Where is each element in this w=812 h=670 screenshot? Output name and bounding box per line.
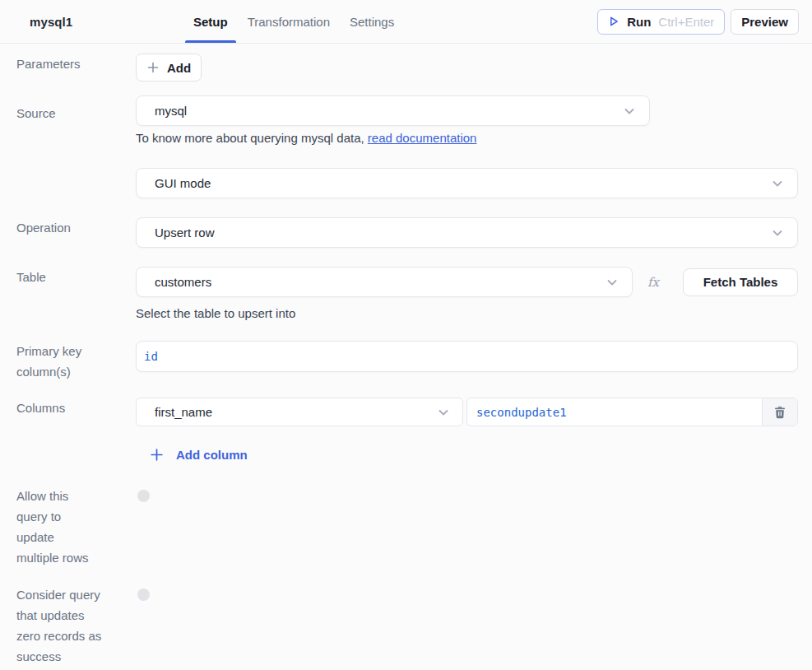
query-name[interactable]: mysql1 — [30, 15, 185, 29]
plus-icon — [151, 449, 163, 461]
add-column-button[interactable]: Add column — [136, 446, 248, 463]
chevron-down-icon — [771, 177, 784, 190]
row-content: Upsert row — [136, 217, 798, 248]
mode-select-value: GUI mode — [155, 176, 211, 190]
multiple-rows-toggle-label: Allow this query to update multiple rows — [16, 486, 136, 568]
tab-settings[interactable]: Settings — [341, 0, 402, 43]
row-content: first_name secondupdate1 — [136, 398, 798, 463]
row-content — [136, 584, 798, 667]
add-parameter-label: Add — [167, 61, 191, 75]
primary-key-row: Primary key column(s) id — [16, 341, 798, 382]
columns-row: Columns first_name secondupdate1 — [16, 398, 798, 463]
fetch-tables-button[interactable]: Fetch Tables — [683, 268, 798, 296]
mode-row-label-spacer — [16, 168, 136, 198]
zero-records-toggle[interactable] — [137, 589, 150, 601]
parameters-row: Parameters Add — [16, 54, 798, 81]
tab-bar: Setup Transformation Settings — [185, 0, 402, 43]
table-row: Table customers fx Fetch Tables Select t… — [16, 267, 798, 322]
table-label: Table — [16, 267, 136, 322]
preview-button[interactable]: Preview — [731, 9, 799, 35]
source-select-value: mysql — [155, 104, 187, 118]
run-button[interactable]: Run Ctrl+Enter — [597, 9, 725, 35]
chevron-down-icon — [606, 276, 619, 289]
play-icon — [608, 16, 619, 27]
source-select[interactable]: mysql — [136, 95, 650, 126]
row-content: customers fx Fetch Tables Select the tab… — [136, 267, 798, 322]
table-select-value: customers — [155, 275, 211, 289]
zero-records-toggle-label: Consider query that updates zero records… — [16, 584, 136, 667]
tab-setup[interactable]: Setup — [185, 0, 236, 43]
plus-icon — [147, 62, 159, 73]
source-label: Source — [16, 95, 136, 147]
operation-select[interactable]: Upsert row — [136, 217, 798, 248]
row-content: Add — [136, 54, 798, 81]
fx-slot: fx — [633, 275, 674, 290]
chevron-down-icon — [437, 406, 450, 419]
primary-key-value: id — [144, 350, 158, 363]
row-content: GUI mode — [136, 168, 798, 198]
query-setup-form: Parameters Add Source mysql — [0, 44, 812, 667]
multiple-rows-toggle[interactable] — [137, 490, 150, 502]
multiple-rows-toggle-row: Allow this query to update multiple rows — [16, 486, 798, 568]
chevron-down-icon — [771, 226, 784, 240]
header-actions: Run Ctrl+Enter Preview — [597, 0, 799, 43]
run-shortcut: Ctrl+Enter — [658, 15, 714, 29]
tab-transformation[interactable]: Transformation — [239, 0, 338, 43]
chevron-down-icon — [623, 105, 636, 118]
zero-records-toggle-row: Consider query that updates zero records… — [16, 584, 798, 667]
read-documentation-link[interactable]: read documentation — [368, 131, 477, 145]
operation-label: Operation — [16, 217, 136, 248]
row-content — [136, 486, 798, 568]
table-field-line: customers fx Fetch Tables — [136, 267, 798, 297]
parameters-label: Parameters — [16, 54, 136, 81]
primary-key-label: Primary key column(s) — [16, 341, 136, 382]
operation-row: Operation Upsert row — [16, 217, 798, 248]
row-content: mysql To know more about querying mysql … — [136, 95, 798, 147]
query-header: mysql1 Setup Transformation Settings Run… — [0, 0, 812, 44]
operation-select-value: Upsert row — [155, 226, 215, 240]
column-select[interactable]: first_name — [136, 398, 463, 426]
mode-row: GUI mode — [16, 168, 798, 198]
source-help-text: To know more about querying mysql data, … — [136, 129, 798, 147]
column-mapping-row: first_name secondupdate1 — [136, 398, 798, 426]
columns-label: Columns — [16, 398, 136, 463]
table-help-text: Select the table to upsert into — [136, 305, 798, 322]
table-select[interactable]: customers — [136, 267, 633, 297]
primary-key-input[interactable]: id — [136, 341, 798, 372]
trash-icon — [774, 406, 786, 419]
source-help-prefix: To know more about querying mysql data, — [136, 131, 368, 145]
add-column-label: Add column — [176, 446, 248, 463]
delete-column-button[interactable] — [762, 398, 797, 426]
row-content: id — [136, 341, 798, 382]
mode-select[interactable]: GUI mode — [136, 168, 798, 198]
fx-icon[interactable]: fx — [647, 275, 659, 290]
column-value: secondupdate1 — [476, 406, 567, 419]
add-parameter-button[interactable]: Add — [136, 54, 202, 81]
column-select-value: first_name — [155, 405, 212, 419]
column-value-cell: secondupdate1 — [467, 398, 762, 426]
source-row: Source mysql To know more about querying… — [16, 95, 798, 147]
run-button-label: Run — [627, 15, 651, 29]
column-value-field[interactable]: secondupdate1 — [466, 398, 798, 426]
